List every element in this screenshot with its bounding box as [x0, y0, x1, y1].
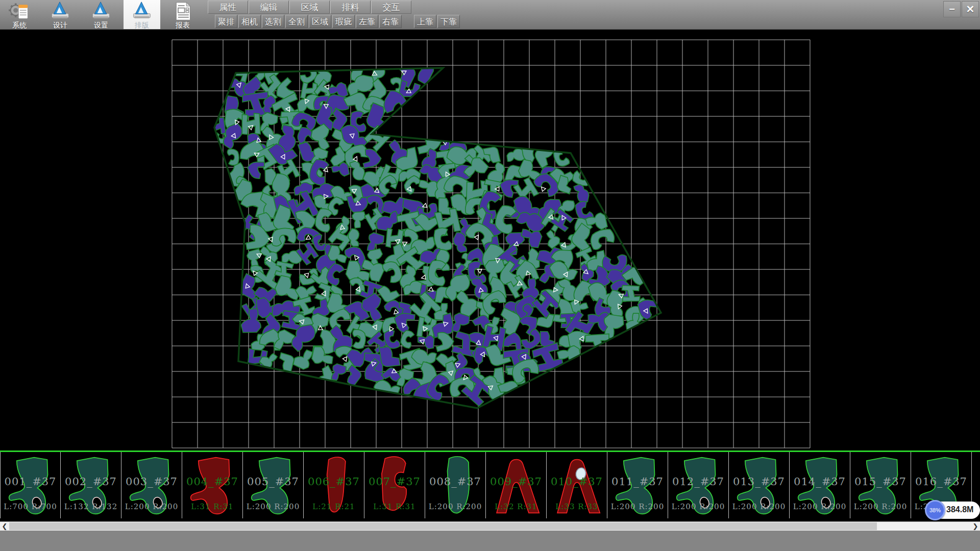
piece-lr-count: L:200 R:200	[425, 502, 485, 511]
tool-button[interactable]: 上靠	[414, 15, 436, 28]
main-button-label: 设置	[94, 21, 108, 29]
tool-button[interactable]: 聚排	[215, 15, 237, 28]
main-button-label: 排版	[135, 21, 149, 29]
tool-button[interactable]: 左靠	[356, 15, 378, 28]
piece-lr-count: L:21 R:21	[304, 502, 364, 511]
piece-lr-count: L:31 R:31	[182, 502, 242, 511]
piece-name: 005_#37	[243, 475, 303, 488]
piece-lr-count: L:200 R:200	[729, 502, 789, 511]
piece-strip: 001_#37L:700 R:700002_#37L:132 R:132003_…	[0, 450, 980, 521]
strip-item[interactable]: 004_#37L:31 R:31	[182, 452, 243, 518]
tool-button[interactable]: 选割	[262, 15, 284, 28]
tool-button[interactable]: 全割	[285, 15, 308, 28]
main-button-system[interactable]: 系统	[1, 0, 38, 29]
piece-name: 004_#37	[182, 475, 242, 488]
strip-item[interactable]: 010_#37L:33 R:33	[547, 452, 607, 518]
tool-button[interactable]: 相机	[238, 15, 261, 28]
system-gear-icon	[8, 1, 31, 21]
menu-row: 属性编辑区域排料交互	[208, 1, 412, 14]
tool-button[interactable]: 右靠	[379, 15, 402, 28]
piece-lr-count: L:700 R:700	[1, 502, 60, 511]
cpu-percent-ball[interactable]: 38%	[925, 500, 945, 520]
strip-item[interactable]: 014_#37L:200 R:200	[790, 452, 850, 518]
piece-name: 014_#37	[790, 475, 850, 488]
main-button-settings[interactable]: 设置	[83, 0, 119, 29]
close-button[interactable]: ✕	[962, 1, 979, 17]
design-ruler-icon	[49, 1, 71, 21]
strip-item[interactable]: 011_#37L:200 R:200	[607, 452, 668, 518]
piece-lr-count: L:200 R:200	[790, 502, 850, 511]
main-button-label: 报表	[176, 21, 190, 29]
piece-lr-count: L:200 R:200	[668, 502, 728, 511]
main-button-label: 系统	[12, 21, 27, 29]
strip-item[interactable]: 009_#37L:32 R:31	[486, 452, 547, 518]
tool-button[interactable]: 瑕疵	[332, 15, 355, 28]
main-button-report[interactable]: 报表	[164, 0, 201, 29]
nesting-view	[0, 29, 980, 450]
toolbar: 系统 设计 设置	[0, 0, 980, 30]
minimize-button[interactable]: −	[943, 1, 961, 17]
piece-name: 011_#37	[607, 475, 668, 488]
tool-button[interactable]: 下靠	[437, 15, 460, 28]
piece-name: 013_#37	[729, 475, 789, 488]
main-button-layout[interactable]: 排版	[124, 0, 160, 29]
status-bar	[0, 531, 980, 551]
piece-name: 009_#37	[486, 475, 546, 488]
piece-name: 016_#37	[911, 475, 971, 488]
layout-ruler-icon	[131, 1, 153, 21]
nesting-canvas[interactable]	[0, 29, 980, 450]
memory-value: 384.8M	[946, 505, 973, 514]
scroll-right-icon[interactable]: ❯	[971, 522, 980, 531]
strip-item[interactable]: 008_#37L:200 R:200	[425, 452, 486, 518]
strip-item[interactable]: 015_#37L:200 R:200	[850, 452, 911, 518]
nested-pieces	[208, 57, 659, 410]
application-window: 系统 设计 设置	[0, 0, 980, 551]
settings-ruler-icon	[90, 1, 112, 21]
strip-item[interactable]: 002_#37L:132 R:132	[61, 452, 121, 518]
piece-lr-count: L:32 R:31	[486, 502, 546, 511]
piece-name: 003_#37	[121, 475, 182, 488]
strip-scrollbar[interactable]: ❮ ❯	[0, 521, 980, 531]
piece-name: 008_#37	[425, 475, 485, 488]
piece-name: 007_#37	[364, 475, 425, 488]
strip-item[interactable]: 012_#37L:200 R:200	[668, 452, 729, 518]
piece-name: 010_#37	[547, 475, 607, 488]
scrollbar-thumb[interactable]	[9, 522, 877, 530]
strip-item[interactable]: 007_#37L:31 R:31	[364, 452, 425, 518]
piece-name: 006_#37	[304, 475, 364, 488]
piece-name: 015_#37	[850, 475, 911, 488]
piece-name: 001_#37	[1, 475, 60, 488]
piece-lr-count: L:200 R:200	[121, 502, 182, 511]
strip-item[interactable]: 013_#37L:200 R:200	[729, 452, 790, 518]
main-button-design[interactable]: 设计	[42, 0, 79, 29]
strip-item[interactable]: 006_#37L:21 R:21	[304, 452, 364, 518]
report-document-icon	[172, 1, 194, 21]
piece-lr-count: L:200 R:200	[243, 502, 303, 511]
cpu-percent-value: 38%	[929, 507, 941, 513]
menu-button[interactable]: 交互	[371, 1, 411, 14]
strip-item[interactable]: 005_#37L:200 R:200	[243, 452, 304, 518]
menu-button[interactable]: 编辑	[249, 1, 289, 14]
menu-button[interactable]: 排料	[330, 1, 371, 14]
tool-button[interactable]: 区域	[309, 15, 331, 28]
strip-item[interactable]: 003_#37L:200 R:200	[121, 452, 182, 518]
piece-lr-count: L:33 R:33	[547, 502, 607, 511]
window-controls: − ✕	[942, 1, 979, 17]
main-button-bar: 系统 设计 设置	[1, 0, 205, 29]
piece-name: 012_#37	[668, 475, 728, 488]
strip-item[interactable]: 001_#37L:700 R:700	[0, 452, 61, 518]
scroll-left-icon[interactable]: ❮	[0, 522, 9, 531]
piece-lr-count: L:132 R:132	[61, 502, 121, 511]
piece-lr-count: L:31 R:31	[364, 502, 425, 511]
menu-button[interactable]: 区域	[289, 1, 330, 14]
memory-usage-widget[interactable]: 384.8M 38%	[925, 500, 980, 521]
main-button-label: 设计	[53, 21, 67, 29]
piece-lr-count: L:200 R:200	[850, 502, 911, 511]
piece-lr-count: L:200 R:200	[607, 502, 668, 511]
piece-name: 002_#37	[61, 475, 121, 488]
menu-button[interactable]: 属性	[208, 1, 248, 14]
tool-row: 聚排相机选割全割区域瑕疵左靠右靠上靠下靠	[215, 15, 461, 29]
